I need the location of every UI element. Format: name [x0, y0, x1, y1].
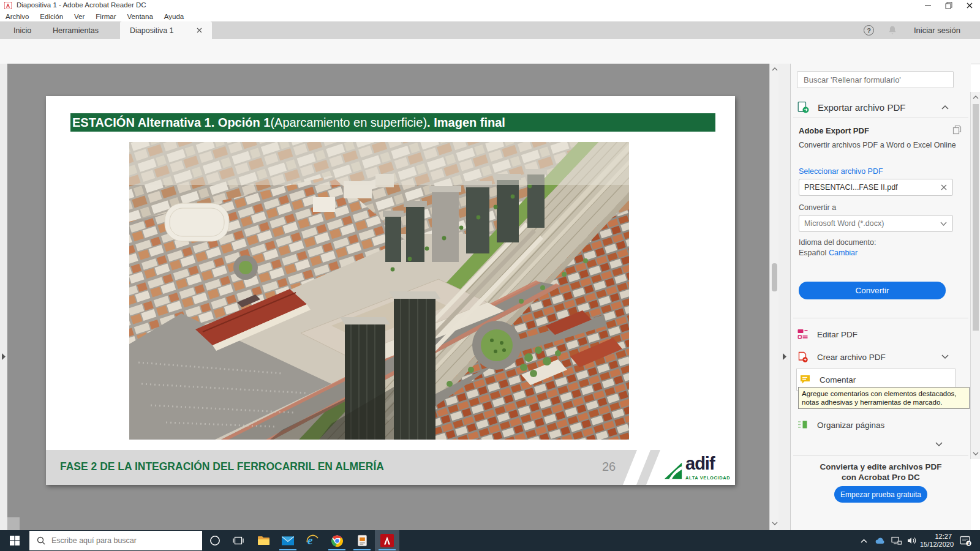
tray-expand-button[interactable] [856, 530, 871, 551]
adobe-export-title: Adobe Export PDF [799, 126, 869, 135]
select-chevron-icon [940, 222, 947, 226]
menu-ver[interactable]: Ver [69, 11, 90, 21]
acrobat-running-indicator [379, 549, 396, 550]
menu-archivo[interactable]: Archivo [0, 11, 34, 21]
tab-document[interactable]: Diapositiva 1 [120, 21, 212, 39]
speaker-icon [907, 536, 918, 545]
internet-explorer-icon: e [306, 534, 319, 547]
acrobat-taskbar-button[interactable] [375, 530, 399, 551]
impress-button[interactable] [349, 530, 375, 551]
tool-create-pdf[interactable]: Crear archivo PDF [797, 347, 957, 367]
left-panel-expand-icon[interactable] [1, 351, 6, 362]
acrobat-pro-promo: Convierta y edite archivos PDF con Acrob… [791, 462, 971, 482]
document-scrollbar-thumb[interactable] [772, 263, 777, 291]
free-trial-button[interactable]: Empezar prueba gratuita [834, 486, 927, 503]
create-pdf-expand-icon[interactable] [941, 354, 949, 359]
slide-footer: FASE 2 DE LA INTEGRACIÓN DEL FERROCARRIL… [46, 450, 735, 485]
more-tools-scroll-icon[interactable] [935, 442, 943, 447]
create-pdf-icon [797, 351, 809, 362]
acrobat-reader-window: Diapositiva 1 - Adobe Acrobat Reader DC … [0, 0, 980, 551]
menu-firmar[interactable]: Firmar [90, 11, 121, 21]
selected-file-chip[interactable]: PRESENTACI...FASE II.pdf [799, 179, 953, 196]
action-center-icon: 3 [960, 536, 971, 546]
panel-expand-icon[interactable] [782, 351, 786, 362]
document-scrollbar[interactable] [769, 64, 779, 530]
document-viewport[interactable]: ESTACIÓN Alternativa 1. Opción 1 (Aparca… [7, 64, 769, 530]
volume-tray-button[interactable] [904, 530, 920, 551]
panel-scrollbar-thumb[interactable] [973, 104, 979, 331]
panel-search-input[interactable] [797, 71, 954, 88]
comment-tool-icon [799, 374, 811, 385]
file-explorer-button[interactable] [251, 530, 276, 551]
tab-inicio[interactable]: Inicio [4, 21, 41, 39]
panel-scroll-up-icon[interactable] [971, 93, 980, 102]
task-view-button[interactable] [227, 530, 250, 551]
help-icon[interactable]: ? [864, 25, 874, 36]
close-button[interactable] [959, 0, 980, 11]
panel-gutter [778, 64, 790, 530]
taskbar-search-icon [37, 536, 45, 545]
slide-aerial-image [129, 142, 629, 440]
taskbar-search[interactable] [29, 531, 202, 550]
slide-title-part1: ESTACIÓN Alternativa 1. Opción 1 [72, 116, 270, 130]
start-button[interactable] [0, 530, 29, 551]
menu-ayuda[interactable]: Ayuda [159, 11, 189, 21]
taskbar-clock[interactable]: 12:27 15/12/2020 [920, 530, 952, 551]
select-pdf-link[interactable]: Seleccionar archivo PDF [799, 167, 883, 176]
slide-footer-text: FASE 2 DE LA INTEGRACIÓN DEL FERROCARRIL… [60, 460, 384, 473]
menu-ventana[interactable]: Ventana [122, 11, 159, 21]
language-label: Idioma del documento: [799, 238, 876, 247]
mail-button[interactable] [276, 530, 300, 551]
slide-page-number: 26 [602, 460, 616, 474]
adif-logo-text: adif [685, 456, 730, 471]
scroll-corner [7, 517, 20, 530]
mail-icon [282, 536, 294, 546]
cortana-button[interactable] [203, 530, 227, 551]
panel-scrollbar[interactable] [970, 92, 980, 459]
edit-pdf-icon [797, 329, 809, 340]
language-value: Español [799, 249, 826, 257]
format-select[interactable]: Microsoft Word (*.docx) [799, 215, 953, 232]
slide-title-bar: ESTACIÓN Alternativa 1. Opción 1 (Aparca… [70, 113, 715, 132]
menu-edicion[interactable]: Edición [34, 11, 69, 21]
adif-logo: adif ALTA VELOCIDAD [663, 456, 730, 485]
cortana-icon [209, 535, 221, 546]
adobe-reader-icon [4, 2, 12, 10]
network-tray-button[interactable] [888, 530, 904, 551]
remove-file-icon[interactable] [941, 184, 947, 190]
onedrive-tray-button[interactable] [872, 530, 888, 551]
pdf-page: ESTACIÓN Alternativa 1. Opción 1 (Aparca… [46, 96, 735, 485]
sign-in-link[interactable]: Iniciar sesión [914, 26, 960, 35]
onedrive-cloud-icon [875, 537, 886, 544]
action-center-button[interactable]: 3 [954, 530, 976, 551]
notification-badge: 3 [967, 541, 970, 546]
copy-pages-icon [952, 125, 962, 135]
convert-button[interactable]: Convertir [799, 282, 946, 299]
tab-herramientas[interactable]: Herramientas [43, 21, 108, 39]
window-controls [918, 0, 980, 11]
tab-close-icon[interactable] [197, 26, 202, 35]
clock-date: 15/12/2020 [920, 541, 952, 549]
tool-edit-pdf[interactable]: Editar PDF [797, 324, 957, 345]
tool-organize-pages[interactable]: Organizar páginas [797, 414, 957, 435]
internet-explorer-button[interactable]: e [300, 530, 325, 551]
chrome-icon [331, 534, 344, 547]
convert-to-label: Convertir a [799, 203, 836, 212]
export-pdf-section-header[interactable]: Exportar archivo PDF [797, 97, 957, 118]
mail-running-indicator [279, 549, 296, 550]
restore-button[interactable] [938, 0, 959, 11]
language-change-link[interactable]: Cambiar [829, 249, 858, 257]
collapse-section-icon[interactable] [941, 105, 949, 110]
windows-logo-icon [10, 536, 20, 545]
panel-scroll-down-icon[interactable] [971, 449, 980, 458]
minimize-button[interactable] [918, 0, 938, 11]
scroll-down-icon[interactable] [770, 519, 779, 528]
scroll-up-icon[interactable] [770, 65, 779, 73]
bell-icon[interactable] [887, 24, 898, 37]
window-title: Diapositiva 1 - Adobe Acrobat Reader DC [17, 1, 146, 9]
taskbar-search-input[interactable] [50, 536, 202, 545]
main-toolbar: / 54 125% [0, 39, 980, 64]
export-pdf-icon [797, 101, 809, 113]
title-bar: Diapositiva 1 - Adobe Acrobat Reader DC [0, 0, 980, 11]
chrome-button[interactable] [325, 530, 349, 551]
